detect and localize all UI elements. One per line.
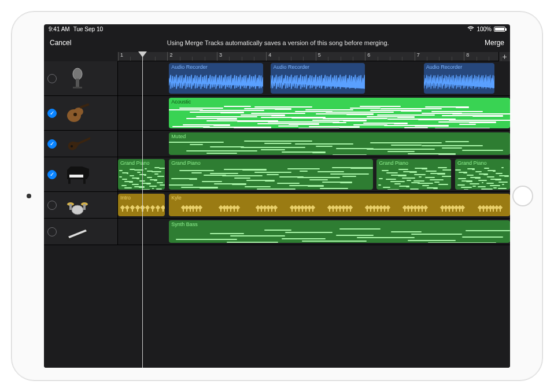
ruler-tick: 2 bbox=[167, 52, 172, 61]
ruler-tick: 6 bbox=[365, 52, 370, 61]
mic-icon bbox=[60, 66, 95, 91]
piano-icon bbox=[60, 162, 95, 187]
navbar-title: Using Merge Tracks automatically saves a… bbox=[71, 39, 485, 46]
svg-rect-9 bbox=[68, 179, 71, 184]
svg-rect-10 bbox=[83, 179, 86, 184]
track-row: Synth Bass bbox=[44, 219, 510, 245]
svg-rect-1 bbox=[76, 79, 79, 87]
tracks-area: Audio RecorderAudio RecorderAudio Record… bbox=[44, 61, 510, 368]
playhead[interactable] bbox=[142, 52, 143, 368]
ruler-tick: 8 bbox=[464, 52, 469, 61]
screen: 9:41 AM Tue Sep 10 100% Cancel Using Mer… bbox=[44, 24, 510, 368]
track-lane[interactable]: Acoustic bbox=[118, 96, 510, 130]
drum-hits bbox=[169, 201, 510, 215]
region-label: Synth Bass bbox=[171, 221, 508, 227]
workspace: 12345678 + Audio RecorderAudio RecorderA… bbox=[44, 52, 510, 368]
midi-notes bbox=[118, 166, 165, 188]
track-select-checkbox[interactable] bbox=[47, 227, 57, 236]
track-row: Audio RecorderAudio RecorderAudio Record… bbox=[44, 61, 510, 96]
svg-point-0 bbox=[73, 68, 82, 80]
cancel-button[interactable]: Cancel bbox=[50, 39, 71, 47]
region[interactable]: Audio Recorder bbox=[424, 63, 494, 94]
region-label: Kyle bbox=[171, 195, 508, 201]
region[interactable]: Intro bbox=[118, 194, 165, 216]
svg-point-5 bbox=[73, 113, 77, 116]
region[interactable]: Audio Recorder bbox=[271, 63, 365, 94]
region[interactable]: Audio Recorder bbox=[169, 63, 263, 94]
track-header[interactable] bbox=[44, 61, 118, 95]
region-label: Grand Piano bbox=[457, 160, 508, 166]
svg-rect-14 bbox=[69, 204, 72, 210]
timeline-ruler[interactable]: 12345678 bbox=[118, 52, 498, 61]
region-label: Audio Recorder bbox=[426, 64, 492, 70]
track-header[interactable]: ✓ bbox=[44, 131, 118, 157]
track-row: ✓Grand PianoGrand PianoGrand PianoGrand … bbox=[44, 157, 510, 192]
navbar: Cancel Using Merge Tracks automatically … bbox=[44, 34, 510, 52]
waveform bbox=[271, 70, 365, 94]
track-select-checkbox[interactable]: ✓ bbox=[47, 109, 57, 118]
midi-notes bbox=[169, 227, 510, 242]
drum-hits bbox=[118, 201, 165, 215]
drums-icon bbox=[60, 193, 95, 218]
ruler-tick: 7 bbox=[415, 52, 420, 61]
ruler-row: 12345678 + bbox=[44, 52, 510, 61]
ipad-frame: 9:41 AM Tue Sep 10 100% Cancel Using Mer… bbox=[11, 11, 543, 381]
region-label: Audio Recorder bbox=[273, 64, 363, 70]
track-select-checkbox[interactable]: ✓ bbox=[47, 170, 57, 179]
midi-notes bbox=[169, 105, 510, 127]
ruler-tick: 5 bbox=[316, 52, 321, 61]
add-track-button[interactable]: + bbox=[498, 52, 510, 61]
region[interactable]: Grand Piano bbox=[169, 159, 373, 190]
ruler-tick: 1 bbox=[118, 52, 123, 61]
waveform bbox=[169, 70, 263, 94]
track-lane[interactable]: Muted bbox=[118, 131, 510, 157]
region[interactable]: Muted bbox=[169, 132, 510, 155]
bass-icon bbox=[60, 131, 95, 157]
track-lane[interactable]: Grand PianoGrand PianoGrand PianoGrand P… bbox=[118, 157, 510, 191]
ruler-spacer bbox=[44, 52, 118, 61]
track-header[interactable]: ✓ bbox=[44, 96, 118, 130]
track-header[interactable] bbox=[44, 219, 118, 245]
track-lane[interactable]: Audio RecorderAudio RecorderAudio Record… bbox=[118, 61, 510, 95]
midi-notes bbox=[169, 139, 510, 154]
svg-point-7 bbox=[71, 145, 73, 147]
status-time: 9:41 AM bbox=[49, 26, 70, 32]
track-select-checkbox[interactable] bbox=[47, 74, 57, 83]
track-select-checkbox[interactable] bbox=[47, 201, 57, 210]
track-header[interactable]: ✓ bbox=[44, 157, 118, 191]
midi-notes bbox=[376, 166, 451, 188]
region-label: Grand Piano bbox=[379, 160, 449, 166]
home-button[interactable] bbox=[512, 186, 533, 206]
ruler-tick: 4 bbox=[266, 52, 271, 61]
region-label: Acoustic bbox=[171, 99, 508, 105]
track-select-checkbox[interactable]: ✓ bbox=[47, 139, 57, 149]
merge-button[interactable]: Merge bbox=[485, 39, 504, 47]
wifi-icon bbox=[467, 26, 474, 32]
track-row: ✓Acoustic bbox=[44, 96, 510, 131]
region-label: Intro bbox=[120, 195, 162, 201]
camera-dot bbox=[27, 194, 31, 198]
synth-icon bbox=[60, 219, 95, 245]
track-header[interactable] bbox=[44, 192, 118, 218]
status-bar: 9:41 AM Tue Sep 10 100% bbox=[44, 24, 510, 34]
ruler-tick: 3 bbox=[217, 52, 222, 61]
track-row: IntroKyle bbox=[44, 192, 510, 219]
region[interactable]: Grand Piano bbox=[455, 159, 510, 190]
midi-notes bbox=[455, 166, 510, 188]
midi-notes bbox=[169, 166, 373, 188]
region-label: Grand Piano bbox=[120, 160, 162, 166]
svg-point-11 bbox=[72, 205, 83, 215]
waveform bbox=[424, 70, 494, 94]
track-lane[interactable]: Synth Bass bbox=[118, 219, 510, 245]
region[interactable]: Grand Piano bbox=[118, 159, 165, 190]
svg-rect-15 bbox=[83, 204, 86, 210]
svg-rect-8 bbox=[69, 175, 83, 177]
region[interactable]: Synth Bass bbox=[169, 220, 510, 243]
region[interactable]: Grand Piano bbox=[376, 159, 451, 190]
acoustic-icon bbox=[60, 101, 95, 126]
track-lane[interactable]: IntroKyle bbox=[118, 192, 510, 218]
region[interactable]: Acoustic bbox=[169, 98, 510, 128]
region[interactable]: Kyle bbox=[169, 194, 510, 216]
battery-icon bbox=[494, 27, 505, 32]
svg-rect-2 bbox=[73, 87, 82, 88]
